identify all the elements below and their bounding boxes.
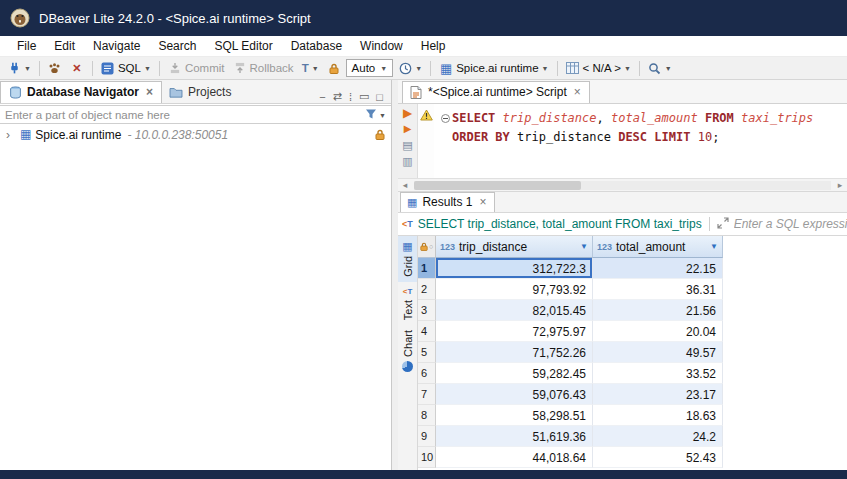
expand-filter-icon[interactable] bbox=[717, 217, 729, 232]
tab-sql-script[interactable]: *<Spice.ai runtime> Script × bbox=[402, 81, 590, 103]
sort-desc-icon[interactable]: ▼ bbox=[580, 242, 588, 251]
column-header-trip-distance[interactable]: 123 trip_distance ▼ bbox=[436, 236, 593, 258]
tab-chart[interactable]: Chart bbox=[398, 325, 417, 377]
explain-plan-icon[interactable]: ▤ bbox=[402, 139, 412, 151]
row-header-6[interactable]: 6 bbox=[418, 363, 436, 384]
minimize-view-icon[interactable]: ▭ bbox=[359, 90, 369, 103]
query-history-button[interactable]: ▼ bbox=[395, 60, 425, 76]
menu-sql-editor[interactable]: SQL Editor bbox=[205, 36, 281, 56]
cell-2-total_amount[interactable]: 36.31 bbox=[593, 279, 723, 300]
cell-7-total_amount[interactable]: 23.17 bbox=[593, 384, 723, 405]
commit-button[interactable]: Commit bbox=[165, 60, 228, 76]
disconnect-button[interactable]: ✕ bbox=[67, 60, 87, 76]
cell-1-trip_distance[interactable]: 312,722.3 bbox=[436, 258, 593, 279]
close-icon[interactable]: × bbox=[574, 85, 581, 99]
tab-grid[interactable]: ▦ Grid bbox=[398, 236, 417, 282]
clipboard-icon[interactable]: ▥ bbox=[402, 155, 412, 167]
cell-4-total_amount[interactable]: 20.04 bbox=[593, 321, 723, 342]
tab-results-1[interactable]: ▦ Results 1 × bbox=[400, 192, 495, 212]
chevron-down-icon: ▼ bbox=[24, 65, 31, 72]
hscroll-thumb[interactable] bbox=[414, 181, 581, 190]
cell-6-trip_distance[interactable]: 59,282.45 bbox=[436, 363, 593, 384]
transaction-mode-button[interactable]: T ▼ bbox=[299, 61, 322, 75]
search-button[interactable]: ▼ bbox=[645, 60, 675, 76]
menu-window[interactable]: Window bbox=[351, 36, 412, 56]
cell-3-trip_distance[interactable]: 82,015.45 bbox=[436, 300, 593, 321]
new-connection-button[interactable]: ▼ bbox=[4, 60, 34, 76]
hscroll-track[interactable] bbox=[414, 181, 831, 190]
cell-9-trip_distance[interactable]: 51,619.36 bbox=[436, 426, 593, 447]
toolbar-separator bbox=[557, 61, 558, 76]
row-header-9[interactable]: 9 bbox=[418, 426, 436, 447]
row-header-2[interactable]: 2 bbox=[418, 279, 436, 300]
tab-text[interactable]: <T Text bbox=[398, 282, 417, 325]
cell-4-trip_distance[interactable]: 72,975.97 bbox=[436, 321, 593, 342]
sql-token: trip_distance bbox=[503, 109, 597, 128]
tree-item-connection[interactable]: › ▦ Spice.ai runtime - 10.0.0.238:50051 bbox=[0, 125, 391, 144]
sql-editor[interactable]: SELECT trip_distance, total_amount FROM … bbox=[434, 104, 847, 178]
filter-funnel-icon[interactable] bbox=[365, 108, 377, 123]
custom-filter-icon[interactable]: <T bbox=[402, 219, 413, 229]
menu-search[interactable]: Search bbox=[149, 36, 205, 56]
cell-10-total_amount[interactable]: 52.43 bbox=[593, 447, 723, 468]
menu-file[interactable]: File bbox=[8, 36, 45, 56]
link-editor-icon[interactable]: ⇄ bbox=[333, 90, 342, 103]
cell-7-trip_distance[interactable]: 59,076.43 bbox=[436, 384, 593, 405]
autocommit-lock-button[interactable] bbox=[324, 60, 344, 76]
close-icon[interactable]: × bbox=[146, 85, 153, 99]
grid-corner-cell[interactable]: ○ bbox=[418, 236, 436, 258]
filter-placeholder-text[interactable]: Enter a SQL expression to bbox=[734, 217, 847, 231]
cell-9-total_amount[interactable]: 24.2 bbox=[593, 426, 723, 447]
close-icon[interactable]: × bbox=[479, 195, 486, 209]
scroll-left-icon[interactable]: ◂ bbox=[398, 180, 412, 190]
sort-desc-icon[interactable]: ▼ bbox=[710, 242, 718, 251]
sql-editor-button[interactable]: SQL ▼ bbox=[98, 60, 154, 76]
collapse-all-icon[interactable]: − bbox=[319, 91, 325, 103]
connection-value: Spice.ai runtime bbox=[456, 62, 538, 74]
results-grid: ○ 123 trip_distance ▼ 123 total_amount ▼ bbox=[418, 236, 847, 470]
row-header-10[interactable]: 10 bbox=[418, 447, 436, 468]
scroll-right-icon[interactable]: ▸ bbox=[833, 180, 847, 190]
cell-8-total_amount[interactable]: 18.63 bbox=[593, 405, 723, 426]
maximize-view-icon[interactable]: □ bbox=[376, 91, 383, 103]
menu-database[interactable]: Database bbox=[282, 36, 351, 56]
row-header-7[interactable]: 7 bbox=[418, 384, 436, 405]
grid-row-6: 659,282.4533.52 bbox=[418, 363, 847, 384]
row-header-5[interactable]: 5 bbox=[418, 342, 436, 363]
cell-8-trip_distance[interactable]: 58,298.51 bbox=[436, 405, 593, 426]
tab-database-navigator[interactable]: Database Navigator × bbox=[0, 81, 162, 103]
menu-navigate[interactable]: Navigate bbox=[84, 36, 149, 56]
tab-projects[interactable]: Projects bbox=[162, 82, 239, 103]
connection-selector[interactable]: ▦ Spice.ai runtime ▼ bbox=[436, 60, 551, 76]
cell-5-total_amount[interactable]: 49.57 bbox=[593, 342, 723, 363]
navigator-filter-input[interactable] bbox=[0, 105, 391, 124]
schema-selector[interactable]: < N/A > ▼ bbox=[563, 60, 634, 76]
connection-name: Spice.ai runtime bbox=[35, 128, 121, 142]
rollback-button[interactable]: Rollback bbox=[230, 60, 297, 76]
cell-3-total_amount[interactable]: 21.56 bbox=[593, 300, 723, 321]
execute-script-icon[interactable]: ▶ bbox=[404, 123, 412, 135]
menu-help[interactable]: Help bbox=[412, 36, 455, 56]
cell-2-trip_distance[interactable]: 97,793.92 bbox=[436, 279, 593, 300]
editor-hscrollbar[interactable]: ◂ ▸ bbox=[398, 178, 847, 191]
execute-statement-icon[interactable]: ▶ bbox=[403, 107, 412, 119]
row-header-3[interactable]: 3 bbox=[418, 300, 436, 321]
connection-host: - 10.0.0.238:50051 bbox=[127, 128, 228, 142]
driver-manager-button[interactable] bbox=[45, 60, 65, 76]
row-header-4[interactable]: 4 bbox=[418, 321, 436, 342]
column-header-total-amount[interactable]: 123 total_amount ▼ bbox=[593, 236, 723, 258]
chevron-down-icon[interactable]: ▼ bbox=[379, 112, 386, 119]
cell-5-trip_distance[interactable]: 71,752.26 bbox=[436, 342, 593, 363]
row-header-1[interactable]: 1 bbox=[418, 258, 436, 279]
results-filter-query[interactable]: SELECT trip_distance, total_amount FROM … bbox=[418, 217, 702, 231]
row-header-8[interactable]: 8 bbox=[418, 405, 436, 426]
commit-mode-combo[interactable]: Auto ▼ bbox=[346, 59, 394, 77]
expand-chevron-icon[interactable]: › bbox=[6, 128, 16, 142]
cell-6-total_amount[interactable]: 33.52 bbox=[593, 363, 723, 384]
cell-1-total_amount[interactable]: 22.15 bbox=[593, 258, 723, 279]
sql-token bbox=[698, 109, 705, 128]
view-menu-icon[interactable]: ⁞ bbox=[349, 91, 352, 103]
menu-edit[interactable]: Edit bbox=[45, 36, 84, 56]
cell-10-trip_distance[interactable]: 44,018.64 bbox=[436, 447, 593, 468]
fold-collapse-icon[interactable] bbox=[438, 114, 452, 123]
